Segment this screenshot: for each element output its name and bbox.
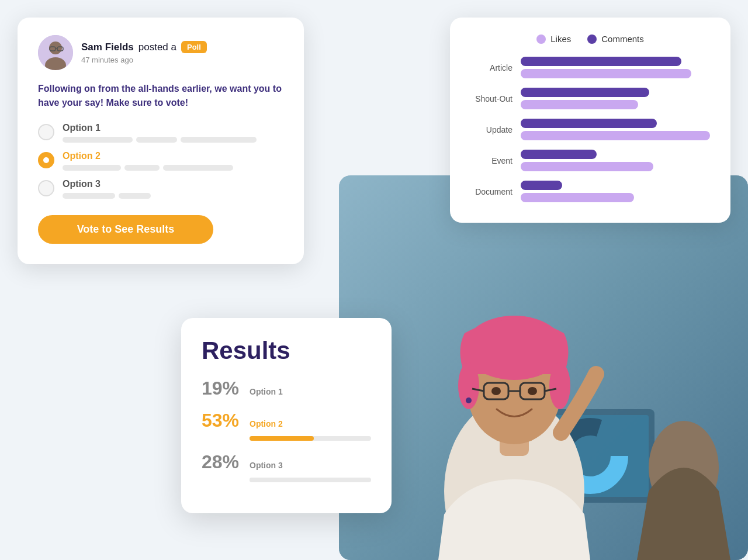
chart-bars-document: [521, 181, 710, 202]
likes-bar-document: [521, 193, 634, 202]
option-1-label: Option 1: [63, 123, 283, 133]
chart-label-document: Document: [470, 187, 512, 196]
option-3-label: Option 3: [63, 179, 283, 189]
chart-row-update: Update: [470, 119, 710, 140]
option-2-bars: [63, 165, 283, 171]
radio-option-1[interactable]: [38, 124, 54, 140]
legend-likes: Likes: [536, 34, 571, 44]
comments-label: Comments: [601, 34, 644, 44]
chart-row-shoutout: Shout-Out: [470, 88, 710, 109]
svg-point-18: [528, 387, 537, 395]
posted-text: posted a: [138, 42, 176, 53]
poll-badge: Poll: [181, 41, 207, 53]
poll-time: 47 minutes ago: [81, 56, 207, 64]
result-bar-track-2: [250, 436, 371, 441]
results-card: Results 19% Option 1 53% Option 2 28% Op…: [181, 318, 392, 513]
poll-header-text: Sam Fields posted a Poll 47 minutes ago: [81, 41, 207, 64]
chart-row-article: Article: [470, 57, 710, 78]
option-bar: [63, 165, 121, 171]
comments-dot: [587, 34, 597, 44]
option-bar: [119, 193, 151, 199]
poll-header-name: Sam Fields posted a Poll: [81, 41, 207, 53]
likes-bar-event: [521, 162, 653, 171]
option-2-label: Option 2: [63, 151, 283, 161]
chart-row-event: Event: [470, 150, 710, 171]
likes-bar-shoutout: [521, 100, 638, 109]
likes-bar-update: [521, 131, 710, 140]
radio-option-2[interactable]: [38, 152, 54, 168]
avatar: [38, 35, 73, 70]
comments-bar-article: [521, 57, 681, 66]
result-bar-fill-2: [250, 436, 314, 441]
option-bar: [136, 137, 177, 143]
chart-label-article: Article: [470, 63, 512, 72]
likes-label: Likes: [550, 34, 571, 44]
chart-label-update: Update: [470, 125, 512, 134]
radio-option-3[interactable]: [38, 180, 54, 196]
result-bar-fill-3: [250, 478, 283, 482]
chart-legend: Likes Comments: [470, 34, 710, 44]
option-bar: [124, 165, 160, 171]
chart-row-document: Document: [470, 181, 710, 202]
chart-card: Likes Comments Article Shout-Out: [450, 18, 730, 223]
result-row-3: 28% Option 3: [202, 451, 371, 473]
comments-bar-event: [521, 150, 597, 159]
result-item-2: 53% Option 2: [202, 410, 371, 441]
result-pct-2: 53%: [202, 410, 243, 431]
option-bar: [181, 137, 257, 143]
comments-bar-document: [521, 181, 562, 190]
chart-rows: Article Shout-Out Update: [470, 57, 710, 202]
svg-point-11: [549, 362, 570, 409]
chart-bars-article: [521, 57, 710, 78]
legend-comments: Comments: [587, 34, 644, 44]
svg-point-19: [466, 397, 472, 403]
chart-label-shoutout: Shout-Out: [470, 94, 512, 103]
poll-option-1[interactable]: Option 1: [38, 123, 283, 143]
result-pct-1: 19%: [202, 378, 243, 399]
result-row-1: 19% Option 1: [202, 378, 371, 399]
comments-bar-shoutout: [521, 88, 649, 97]
result-item-1: 19% Option 1: [202, 378, 371, 399]
poll-option-3[interactable]: Option 3: [38, 179, 283, 199]
poll-card: Sam Fields posted a Poll 47 minutes ago …: [18, 18, 304, 264]
chart-bars-update: [521, 119, 710, 140]
chart-label-event: Event: [470, 156, 512, 165]
result-label-3: Option 3: [250, 461, 283, 470]
option-bar: [163, 165, 233, 171]
chart-bars-shoutout: [521, 88, 710, 109]
likes-dot: [536, 34, 546, 44]
result-label-2: Option 2: [250, 419, 283, 428]
option-1-bars: [63, 137, 283, 143]
result-bar-track-3: [250, 478, 371, 482]
user-name: Sam Fields: [81, 42, 134, 53]
option-bar: [63, 193, 115, 199]
likes-bar-article: [521, 69, 691, 78]
option-bar: [63, 137, 133, 143]
scene: Sam Fields posted a Poll 47 minutes ago …: [0, 0, 748, 560]
chart-bars-event: [521, 150, 710, 171]
photo-background: [339, 175, 748, 560]
result-item-3: 28% Option 3: [202, 451, 371, 482]
result-pct-3: 28%: [202, 451, 243, 473]
option-3-bars: [63, 193, 283, 199]
poll-body-text: Following on from the all-hands earlier,…: [38, 82, 283, 110]
comments-bar-update: [521, 119, 657, 128]
vote-button[interactable]: Vote to See Results: [38, 215, 213, 244]
results-title: Results: [202, 337, 371, 365]
svg-point-17: [491, 387, 501, 395]
result-label-1: Option 1: [250, 387, 283, 396]
poll-option-2[interactable]: Option 2: [38, 151, 283, 171]
result-row-2: 53% Option 2: [202, 410, 371, 431]
poll-header: Sam Fields posted a Poll 47 minutes ago: [38, 35, 283, 70]
poll-options: Option 1 Option 2: [38, 123, 283, 199]
